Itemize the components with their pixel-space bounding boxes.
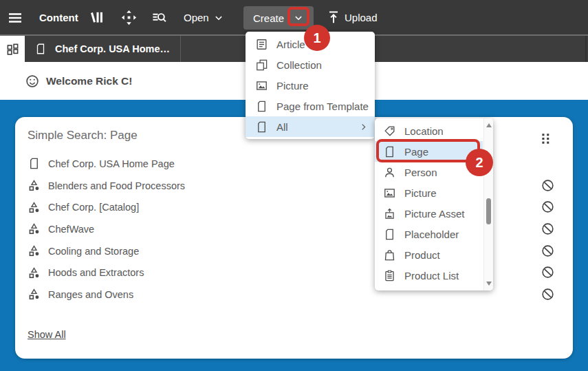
library-icon[interactable] [89, 10, 105, 25]
menu-item-label: Collection [276, 59, 322, 71]
product-list-icon [383, 269, 396, 282]
hamburger-menu-button[interactable] [7, 10, 23, 26]
app-grid-icon [6, 43, 19, 56]
menu-item-label: Article [276, 39, 305, 50]
submenu-item-product-list[interactable]: Product List [375, 265, 483, 286]
product-icon [383, 248, 396, 262]
picture-icon [255, 79, 268, 92]
app-launcher-button[interactable] [0, 36, 25, 62]
annotation-box-page-item [376, 139, 480, 162]
submenu-item-picture[interactable]: Picture [375, 182, 483, 203]
submenu-item-product[interactable]: Product [375, 244, 483, 265]
menu-item-collection[interactable]: Collection [246, 54, 375, 75]
scrollbar-thumb[interactable] [486, 198, 491, 224]
create-button-label: Create [253, 12, 284, 24]
submenu-item-partial[interactable] [375, 286, 483, 290]
person-icon [383, 166, 396, 179]
move-icon[interactable] [120, 9, 138, 26]
list-item-label: Chef Corp. [Catalog] [48, 202, 139, 213]
annotation-step-2-badge: 2 [466, 149, 493, 176]
chevron-right-icon [358, 121, 369, 133]
annotation-step-1-badge: 1 [304, 25, 330, 51]
page-icon [34, 43, 47, 55]
upload-icon[interactable] [326, 10, 341, 25]
tab-separator [180, 36, 181, 62]
submenu-item-location[interactable]: Location [375, 120, 483, 141]
blocked-icon [541, 222, 555, 236]
submenu-item-picture-asset[interactable]: Picture Asset [375, 203, 483, 224]
tag-icon [383, 125, 396, 138]
page-icon [255, 100, 268, 113]
menu-item-label: Person [404, 167, 437, 178]
tab-chef-corp-usa-home[interactable]: Chef Corp. USA Home… [25, 36, 180, 62]
list-item-label: Hoods and Extractors [48, 267, 144, 278]
catalog-icon [28, 266, 41, 279]
filter-search-icon[interactable] [151, 10, 167, 25]
menu-item-label: Product List [404, 270, 459, 282]
list-item-label: Chef Corp. USA Home Page [48, 158, 175, 169]
card-title: Simple Search: Page [28, 129, 138, 142]
annotation-box-create-chevron [287, 7, 309, 26]
app-title: Content [39, 11, 78, 25]
list-item-label: Ranges and Ovens [48, 289, 133, 300]
catalog-icon [28, 288, 41, 301]
scroll-down-arrow-icon[interactable] [486, 282, 492, 286]
article-icon [255, 38, 268, 51]
welcome-text: Welcome Rick C! [46, 75, 132, 87]
menu-item-page-from-template[interactable]: Page from Template [246, 96, 375, 116]
open-button-label[interactable]: Open [184, 11, 209, 25]
app-window: Content Open Create Upload Chef Corp. US… [0, 0, 588, 371]
show-all-link[interactable]: Show All [28, 329, 66, 340]
smiley-icon [25, 74, 40, 89]
menu-item-label: Product [404, 249, 440, 261]
page-icon [255, 120, 268, 134]
scroll-up-arrow-icon[interactable] [486, 123, 492, 127]
menu-item-label: Placeholder [404, 229, 459, 240]
menu-item-all[interactable]: All [246, 116, 375, 137]
blocked-icon [541, 287, 555, 301]
blocked-icon [541, 200, 555, 214]
submenu-item-placeholder[interactable]: Placeholder [375, 224, 483, 244]
list-item-label: Cooling and Storage [48, 246, 139, 257]
blocked-icon [541, 265, 555, 279]
menu-item-label: Picture [276, 80, 309, 92]
catalog-icon [28, 179, 41, 192]
list-item-label: ChefWave [48, 224, 94, 235]
list-item-label: Blenders and Food Processors [48, 180, 185, 191]
upload-button-label[interactable]: Upload [345, 11, 378, 25]
menu-item-label: Picture Asset [404, 208, 465, 220]
picture-asset-icon [383, 207, 396, 220]
collection-icon [255, 59, 268, 72]
menu-item-label: Location [404, 125, 444, 137]
menu-item-label: Picture [404, 187, 437, 199]
picture-icon [383, 187, 396, 200]
catalog-icon [28, 244, 41, 257]
catalog-icon [28, 201, 41, 214]
blocked-icon [541, 244, 555, 258]
menu-item-label: All [276, 121, 288, 133]
open-chevron-down-icon[interactable] [213, 12, 225, 24]
menu-item-picture[interactable]: Picture [246, 75, 375, 96]
catalog-icon [28, 222, 41, 235]
page-icon [28, 157, 41, 170]
person-icon [383, 290, 396, 291]
menu-item-label: Page from Template [276, 100, 369, 112]
page-icon [383, 228, 396, 241]
submenu-scrollbar[interactable] [483, 118, 493, 290]
blocked-icon [541, 178, 555, 193]
tab-label: Chef Corp. USA Home… [55, 43, 170, 54]
grip-icon[interactable] [540, 130, 552, 147]
